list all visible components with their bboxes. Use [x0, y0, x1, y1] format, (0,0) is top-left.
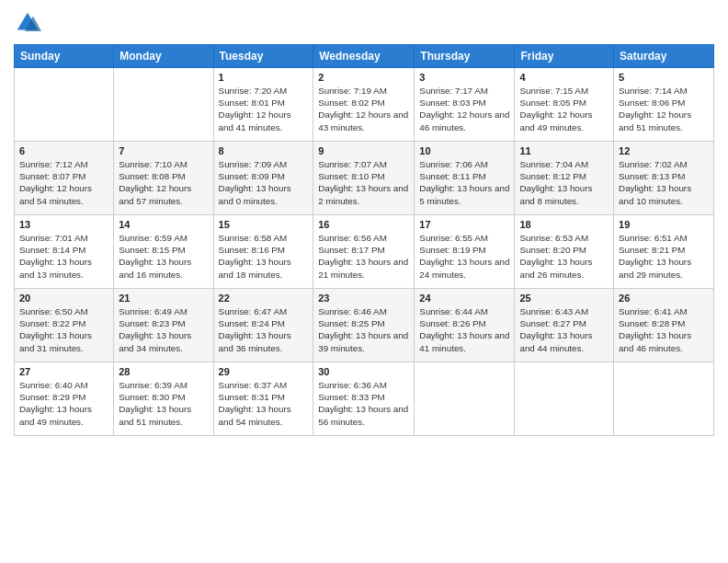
day-header-monday: Monday	[114, 45, 213, 68]
day-number: 26	[619, 293, 709, 304]
calendar-cell: 29Sunrise: 6:37 AMSunset: 8:31 PMDayligh…	[213, 362, 313, 436]
header-row: SundayMondayTuesdayWednesdayThursdayFrid…	[15, 45, 714, 68]
calendar-cell: 8Sunrise: 7:09 AMSunset: 8:09 PMDaylight…	[213, 142, 313, 215]
day-info: Sunrise: 6:46 AMSunset: 8:25 PMDaylight:…	[318, 305, 409, 354]
day-info: Sunrise: 6:40 AMSunset: 8:29 PMDaylight:…	[19, 379, 108, 428]
calendar-body: 1Sunrise: 7:20 AMSunset: 8:01 PMDaylight…	[15, 68, 714, 436]
day-number: 6	[19, 145, 108, 156]
day-info: Sunrise: 7:17 AMSunset: 8:03 PMDaylight:…	[419, 85, 509, 133]
calendar-week-2: 6Sunrise: 7:12 AMSunset: 8:07 PMDaylight…	[15, 142, 714, 215]
calendar-cell: 9Sunrise: 7:07 AMSunset: 8:10 PMDaylight…	[313, 142, 415, 215]
day-info: Sunrise: 7:10 AMSunset: 8:08 PMDaylight:…	[119, 158, 208, 207]
day-number: 28	[119, 366, 208, 377]
calendar-cell	[515, 362, 614, 436]
day-info: Sunrise: 7:04 AMSunset: 8:12 PMDaylight:…	[519, 158, 609, 207]
day-info: Sunrise: 7:06 AMSunset: 8:11 PMDaylight:…	[419, 158, 509, 207]
day-number: 29	[219, 366, 309, 377]
day-header-wednesday: Wednesday	[313, 45, 415, 68]
calendar-cell: 20Sunrise: 6:50 AMSunset: 8:22 PMDayligh…	[15, 289, 114, 362]
day-number: 25	[519, 293, 609, 304]
day-header-sunday: Sunday	[15, 45, 114, 68]
calendar-cell: 11Sunrise: 7:04 AMSunset: 8:12 PMDayligh…	[515, 142, 614, 215]
calendar-week-1: 1Sunrise: 7:20 AMSunset: 8:01 PMDaylight…	[15, 68, 714, 142]
logo-icon	[14, 9, 41, 37]
day-number: 11	[519, 145, 609, 156]
day-info: Sunrise: 7:01 AMSunset: 8:14 PMDaylight:…	[19, 232, 108, 281]
day-header-friday: Friday	[515, 45, 614, 68]
calendar-cell: 23Sunrise: 6:46 AMSunset: 8:25 PMDayligh…	[313, 289, 415, 362]
day-info: Sunrise: 6:44 AMSunset: 8:26 PMDaylight:…	[419, 305, 509, 354]
day-info: Sunrise: 6:47 AMSunset: 8:24 PMDaylight:…	[219, 305, 309, 354]
day-number: 7	[119, 145, 208, 156]
day-info: Sunrise: 6:39 AMSunset: 8:30 PMDaylight:…	[119, 379, 208, 428]
calendar-cell: 25Sunrise: 6:43 AMSunset: 8:27 PMDayligh…	[515, 289, 614, 362]
day-number: 12	[619, 145, 709, 156]
day-info: Sunrise: 6:56 AMSunset: 8:17 PMDaylight:…	[318, 232, 409, 281]
day-number: 8	[219, 145, 309, 156]
calendar-cell: 3Sunrise: 7:17 AMSunset: 8:03 PMDaylight…	[415, 68, 515, 142]
day-number: 1	[219, 72, 309, 83]
day-number: 24	[419, 293, 509, 304]
day-number: 10	[419, 145, 509, 156]
calendar-table: SundayMondayTuesdayWednesdayThursdayFrid…	[14, 44, 714, 436]
calendar-cell: 12Sunrise: 7:02 AMSunset: 8:13 PMDayligh…	[614, 142, 714, 215]
calendar-cell: 7Sunrise: 7:10 AMSunset: 8:08 PMDaylight…	[114, 142, 213, 215]
calendar-cell: 14Sunrise: 6:59 AMSunset: 8:15 PMDayligh…	[114, 215, 213, 289]
day-info: Sunrise: 7:12 AMSunset: 8:07 PMDaylight:…	[19, 158, 108, 207]
day-info: Sunrise: 6:50 AMSunset: 8:22 PMDaylight:…	[19, 305, 108, 354]
day-number: 30	[318, 366, 409, 377]
calendar-cell: 26Sunrise: 6:41 AMSunset: 8:28 PMDayligh…	[614, 289, 714, 362]
calendar-cell: 1Sunrise: 7:20 AMSunset: 8:01 PMDaylight…	[213, 68, 313, 142]
calendar-cell: 19Sunrise: 6:51 AMSunset: 8:21 PMDayligh…	[614, 215, 714, 289]
day-number: 23	[318, 293, 409, 304]
calendar-cell: 17Sunrise: 6:55 AMSunset: 8:19 PMDayligh…	[415, 215, 515, 289]
day-number: 20	[19, 293, 108, 304]
day-info: Sunrise: 6:49 AMSunset: 8:23 PMDaylight:…	[119, 305, 208, 354]
calendar-cell: 10Sunrise: 7:06 AMSunset: 8:11 PMDayligh…	[415, 142, 515, 215]
day-number: 4	[519, 72, 609, 83]
calendar-header: SundayMondayTuesdayWednesdayThursdayFrid…	[15, 45, 714, 68]
calendar-cell: 13Sunrise: 7:01 AMSunset: 8:14 PMDayligh…	[15, 215, 114, 289]
calendar-cell	[614, 362, 714, 436]
calendar-cell: 28Sunrise: 6:39 AMSunset: 8:30 PMDayligh…	[114, 362, 213, 436]
day-info: Sunrise: 6:59 AMSunset: 8:15 PMDaylight:…	[119, 232, 208, 281]
day-number: 13	[19, 219, 108, 230]
calendar-cell: 27Sunrise: 6:40 AMSunset: 8:29 PMDayligh…	[15, 362, 114, 436]
day-info: Sunrise: 6:37 AMSunset: 8:31 PMDaylight:…	[219, 379, 309, 428]
day-number: 21	[119, 293, 208, 304]
day-number: 18	[519, 219, 609, 230]
calendar-cell	[114, 68, 213, 142]
day-info: Sunrise: 6:36 AMSunset: 8:33 PMDaylight:…	[318, 379, 409, 428]
calendar-cell	[15, 68, 114, 142]
day-number: 2	[318, 72, 409, 83]
day-info: Sunrise: 7:09 AMSunset: 8:09 PMDaylight:…	[219, 158, 309, 207]
day-number: 17	[419, 219, 509, 230]
calendar-cell: 22Sunrise: 6:47 AMSunset: 8:24 PMDayligh…	[213, 289, 313, 362]
day-info: Sunrise: 6:55 AMSunset: 8:19 PMDaylight:…	[419, 232, 509, 281]
day-header-thursday: Thursday	[415, 45, 515, 68]
calendar-cell: 5Sunrise: 7:14 AMSunset: 8:06 PMDaylight…	[614, 68, 714, 142]
day-info: Sunrise: 7:15 AMSunset: 8:05 PMDaylight:…	[519, 85, 609, 133]
day-number: 3	[419, 72, 509, 83]
day-info: Sunrise: 6:41 AMSunset: 8:28 PMDaylight:…	[619, 305, 709, 354]
calendar-week-3: 13Sunrise: 7:01 AMSunset: 8:14 PMDayligh…	[15, 215, 714, 289]
calendar-week-5: 27Sunrise: 6:40 AMSunset: 8:29 PMDayligh…	[15, 362, 714, 436]
day-header-tuesday: Tuesday	[213, 45, 313, 68]
calendar-week-4: 20Sunrise: 6:50 AMSunset: 8:22 PMDayligh…	[15, 289, 714, 362]
day-info: Sunrise: 6:58 AMSunset: 8:16 PMDaylight:…	[219, 232, 309, 281]
calendar-cell: 4Sunrise: 7:15 AMSunset: 8:05 PMDaylight…	[515, 68, 614, 142]
day-info: Sunrise: 6:51 AMSunset: 8:21 PMDaylight:…	[619, 232, 709, 281]
header	[14, 9, 714, 37]
day-number: 22	[219, 293, 309, 304]
day-number: 19	[619, 219, 709, 230]
calendar-cell: 18Sunrise: 6:53 AMSunset: 8:20 PMDayligh…	[515, 215, 614, 289]
day-info: Sunrise: 7:02 AMSunset: 8:13 PMDaylight:…	[619, 158, 709, 207]
day-info: Sunrise: 7:19 AMSunset: 8:02 PMDaylight:…	[318, 85, 409, 133]
calendar-cell: 16Sunrise: 6:56 AMSunset: 8:17 PMDayligh…	[313, 215, 415, 289]
day-number: 5	[619, 72, 709, 83]
calendar-cell: 30Sunrise: 6:36 AMSunset: 8:33 PMDayligh…	[313, 362, 415, 436]
calendar-cell: 21Sunrise: 6:49 AMSunset: 8:23 PMDayligh…	[114, 289, 213, 362]
day-number: 15	[219, 219, 309, 230]
calendar-cell: 15Sunrise: 6:58 AMSunset: 8:16 PMDayligh…	[213, 215, 313, 289]
day-header-saturday: Saturday	[614, 45, 714, 68]
